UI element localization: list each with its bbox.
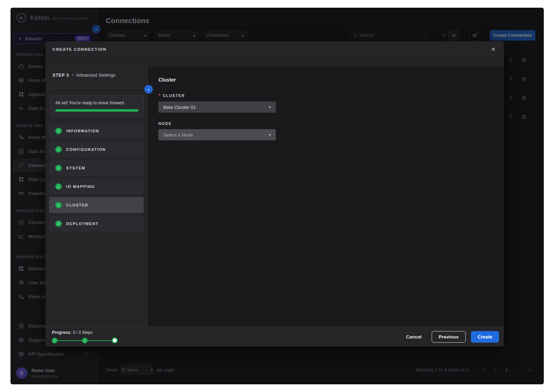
modal-header: CREATE CONNECTION ✕ (46, 41, 504, 57)
step-number: STEP 3 (53, 73, 69, 78)
close-icon[interactable]: ✕ (489, 45, 497, 54)
check-icon: ✓ (55, 183, 62, 190)
modal-content-panel: Cluster *CLUSTER Beta Cluster 01▾ NODE S… (149, 57, 504, 327)
caret-down-icon: ▾ (269, 105, 271, 110)
check-icon: ✓ (55, 165, 62, 171)
status-message: All set! You're ready to move forward. (55, 100, 138, 105)
create-button[interactable]: Create (471, 331, 499, 343)
cluster-select[interactable]: Beta Cluster 01▾ (158, 102, 276, 113)
progress-node-2: ✓ (82, 338, 88, 343)
check-icon: ✓ (55, 220, 62, 227)
status-message-card: All set! You're ready to move forward. (50, 95, 144, 117)
step-io-mapping[interactable]: ✓IO MAPPING (49, 178, 144, 195)
step-cluster[interactable]: ✓CLUSTER (49, 197, 144, 213)
modal-body: STEP 3 • Advanced Settings All set! You'… (46, 57, 504, 327)
cluster-form: Cluster *CLUSTER Beta Cluster 01▾ NODE S… (149, 66, 504, 327)
app-window: K Kelvin BETA Environment (DEV) KelvinAI… (11, 8, 544, 384)
chevron-left-icon: ‹ (148, 87, 149, 92)
node-select[interactable]: Select a Node▾ (158, 129, 276, 140)
caret-down-icon: ▾ (269, 133, 271, 137)
panel-collapse-button[interactable]: ‹ (144, 85, 153, 93)
check-icon: ✓ (55, 128, 62, 134)
modal-title: CREATE CONNECTION (53, 47, 107, 51)
progress-label: Progress: (52, 330, 71, 335)
progress-node-1: ✓ (52, 338, 57, 343)
bullet-separator: • (72, 73, 73, 78)
create-connection-modal: CREATE CONNECTION ✕ STEP 3 • Advanced Se… (46, 41, 504, 346)
node-field-label: NODE (158, 121, 494, 126)
step-information[interactable]: ✓INFORMATION (49, 123, 144, 139)
previous-button[interactable]: Previous (432, 331, 466, 343)
required-asterisk: * (158, 93, 161, 98)
check-icon: ✓ (55, 202, 62, 208)
step-deployment[interactable]: ✓DEPLOYMENT (49, 216, 144, 232)
form-heading: Cluster (158, 77, 494, 83)
step-name: Advanced Settings (76, 72, 116, 78)
check-icon: ✓ (53, 339, 56, 342)
modal-footer: Progress: 3 / 3 Steps ✓ ✓ Cancel Previou… (46, 327, 504, 346)
check-icon: ✓ (83, 339, 86, 342)
progress-widget: Progress: 3 / 3 Steps ✓ ✓ (52, 330, 118, 344)
cancel-button[interactable]: Cancel (401, 331, 426, 342)
progress-track: ✓ ✓ (52, 337, 118, 344)
progress-value: 3 / 3 Steps (73, 330, 92, 335)
progress-node-3 (112, 337, 118, 343)
step-header: STEP 3 • Advanced Settings (46, 57, 148, 88)
modal-actions: Cancel Previous Create (401, 331, 499, 343)
step-configuration[interactable]: ✓CONFIGURATION (49, 141, 144, 158)
step-system[interactable]: ✓SYSTEM (49, 160, 144, 176)
steps-list: ✓INFORMATION ✓CONFIGURATION ✓SYSTEM ✓IO … (49, 123, 144, 232)
check-icon: ✓ (55, 146, 62, 153)
wizard-steps-panel: STEP 3 • Advanced Settings All set! You'… (46, 57, 149, 327)
cluster-field-label: *CLUSTER (158, 93, 494, 98)
progress-bar (55, 109, 138, 112)
